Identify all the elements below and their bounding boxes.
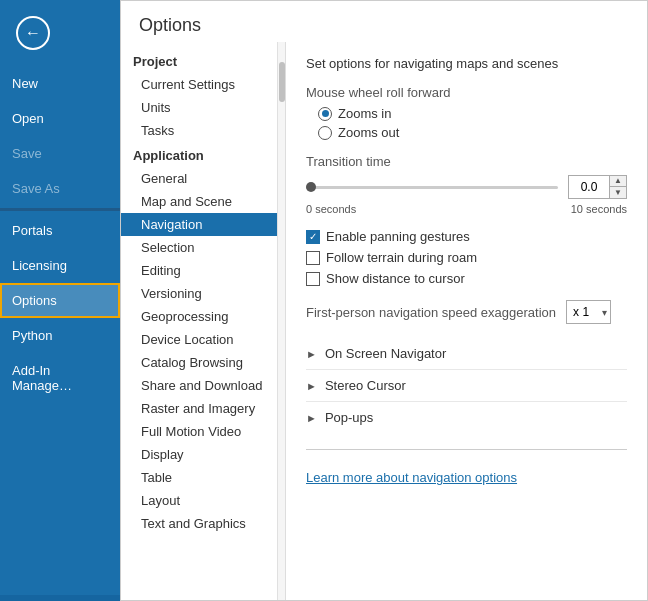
sidebar-item-open[interactable]: Open: [0, 101, 120, 136]
checkbox-box-panning: ✓: [306, 230, 320, 244]
slider-track: [306, 186, 558, 189]
radio-zoom-in[interactable]: Zooms in: [318, 106, 627, 121]
spinner-down[interactable]: ▼: [610, 187, 626, 198]
tree-item-units[interactable]: Units: [121, 96, 285, 119]
tree-item-navigation[interactable]: Navigation: [121, 213, 285, 236]
tree-section-project: Project: [121, 48, 285, 73]
speed-select[interactable]: x 1 x 2 x 4 x 8: [566, 300, 611, 324]
settings-footer: Learn more about navigation options: [306, 449, 627, 485]
main-content: Options Project Current Settings Units T…: [120, 0, 648, 601]
radio-group: Zooms in Zooms out: [318, 106, 627, 140]
sidebar-item-save: Save: [0, 136, 120, 171]
checkbox-label-panning: Enable panning gestures: [326, 229, 470, 244]
checkbox-enable-panning[interactable]: ✓ Enable panning gestures: [306, 229, 627, 244]
checkbox-label-terrain: Follow terrain during roam: [326, 250, 477, 265]
collapsible-label-2: Stereo Cursor: [325, 378, 406, 393]
collapsible-label-1: On Screen Navigator: [325, 346, 446, 361]
speed-label: First-person navigation speed exaggerati…: [306, 305, 556, 320]
collapsible-sections: ► On Screen Navigator ► Stereo Cursor ► …: [306, 338, 627, 433]
tree-item-selection[interactable]: Selection: [121, 236, 285, 259]
sidebar-item-licensing[interactable]: Licensing: [0, 248, 120, 283]
learn-more-link[interactable]: Learn more about navigation options: [306, 470, 517, 485]
tree-item-geoprocessing[interactable]: Geoprocessing: [121, 305, 285, 328]
radio-circle-zoom-in: [318, 107, 332, 121]
collapsible-on-screen-navigator[interactable]: ► On Screen Navigator: [306, 338, 627, 369]
mouse-wheel-group: Mouse wheel roll forward Zooms in Zooms …: [306, 85, 627, 140]
tree-item-general[interactable]: General: [121, 167, 285, 190]
transition-time-label: Transition time: [306, 154, 627, 169]
sidebar-bottom-bar: [0, 595, 120, 601]
tree-item-device-location[interactable]: Device Location: [121, 328, 285, 351]
sidebar-item-new[interactable]: New: [0, 66, 120, 101]
sidebar-item-portals[interactable]: Portals: [0, 213, 120, 248]
transition-time-group: Transition time ▲ ▼: [306, 154, 627, 215]
number-spinners: ▲ ▼: [609, 176, 626, 198]
slider-min-label: 0 seconds: [306, 203, 356, 215]
sidebar-item-save-as: Save As: [0, 171, 120, 206]
tree-item-map-and-scene[interactable]: Map and Scene: [121, 190, 285, 213]
collapsible-pop-ups[interactable]: ► Pop-ups: [306, 401, 627, 433]
tree-item-layout[interactable]: Layout: [121, 489, 285, 512]
checkbox-label-distance: Show distance to cursor: [326, 271, 465, 286]
collapsible-label-3: Pop-ups: [325, 410, 373, 425]
radio-circle-zoom-out: [318, 126, 332, 140]
settings-panel: Set options for navigating maps and scen…: [286, 42, 647, 600]
checkbox-box-terrain: [306, 251, 320, 265]
slider-container[interactable]: [306, 177, 558, 197]
options-tree-panel: Project Current Settings Units Tasks App…: [121, 42, 286, 600]
radio-label-zoom-out: Zooms out: [338, 125, 399, 140]
back-arrow-icon: ←: [25, 24, 41, 42]
mouse-wheel-label: Mouse wheel roll forward: [306, 85, 627, 100]
chevron-right-icon-1: ►: [306, 348, 317, 360]
tree-item-display[interactable]: Display: [121, 443, 285, 466]
sidebar-divider: [0, 208, 120, 211]
slider-max-label: 10 seconds: [571, 203, 627, 215]
chevron-right-icon-2: ►: [306, 380, 317, 392]
radio-label-zoom-in: Zooms in: [338, 106, 391, 121]
tree-section-application: Application: [121, 142, 285, 167]
tree-scrollbar-thumb: [279, 62, 285, 102]
transition-number-field[interactable]: [569, 178, 609, 196]
tree-item-current-settings[interactable]: Current Settings: [121, 73, 285, 96]
tree-item-table[interactable]: Table: [121, 466, 285, 489]
sidebar-item-python[interactable]: Python: [0, 318, 120, 353]
radio-zoom-out[interactable]: Zooms out: [318, 125, 627, 140]
slider-labels: 0 seconds 10 seconds: [306, 203, 627, 215]
tree-item-full-motion-video[interactable]: Full Motion Video: [121, 420, 285, 443]
sidebar: ← New Open Save Save As Portals Licensin…: [0, 0, 120, 601]
tree-item-share-and-download[interactable]: Share and Download: [121, 374, 285, 397]
spinner-up[interactable]: ▲: [610, 176, 626, 187]
tree-item-raster-and-imagery[interactable]: Raster and Imagery: [121, 397, 285, 420]
settings-description: Set options for navigating maps and scen…: [306, 56, 627, 71]
speed-row: First-person navigation speed exaggerati…: [306, 300, 627, 324]
transition-row: ▲ ▼: [306, 175, 627, 199]
content-body: Project Current Settings Units Tasks App…: [121, 42, 647, 600]
speed-select-wrapper[interactable]: x 1 x 2 x 4 x 8: [566, 300, 611, 324]
options-title: Options: [121, 1, 647, 42]
checkbox-box-distance: [306, 272, 320, 286]
tree-item-catalog-browsing[interactable]: Catalog Browsing: [121, 351, 285, 374]
tree-scrollbar[interactable]: [277, 42, 285, 600]
sidebar-item-options[interactable]: Options: [0, 283, 120, 318]
checkbox-show-distance[interactable]: Show distance to cursor: [306, 271, 627, 286]
tree-item-text-and-graphics[interactable]: Text and Graphics: [121, 512, 285, 535]
tree-item-editing[interactable]: Editing: [121, 259, 285, 282]
transition-value-input[interactable]: ▲ ▼: [568, 175, 627, 199]
slider-thumb[interactable]: [306, 182, 316, 192]
chevron-right-icon-3: ►: [306, 412, 317, 424]
back-button[interactable]: ←: [8, 8, 58, 58]
checkbox-follow-terrain[interactable]: Follow terrain during roam: [306, 250, 627, 265]
tree-item-versioning[interactable]: Versioning: [121, 282, 285, 305]
collapsible-stereo-cursor[interactable]: ► Stereo Cursor: [306, 369, 627, 401]
checkboxes-group: ✓ Enable panning gestures Follow terrain…: [306, 229, 627, 286]
tree-item-tasks[interactable]: Tasks: [121, 119, 285, 142]
sidebar-item-addin[interactable]: Add-In Manage…: [0, 353, 120, 403]
